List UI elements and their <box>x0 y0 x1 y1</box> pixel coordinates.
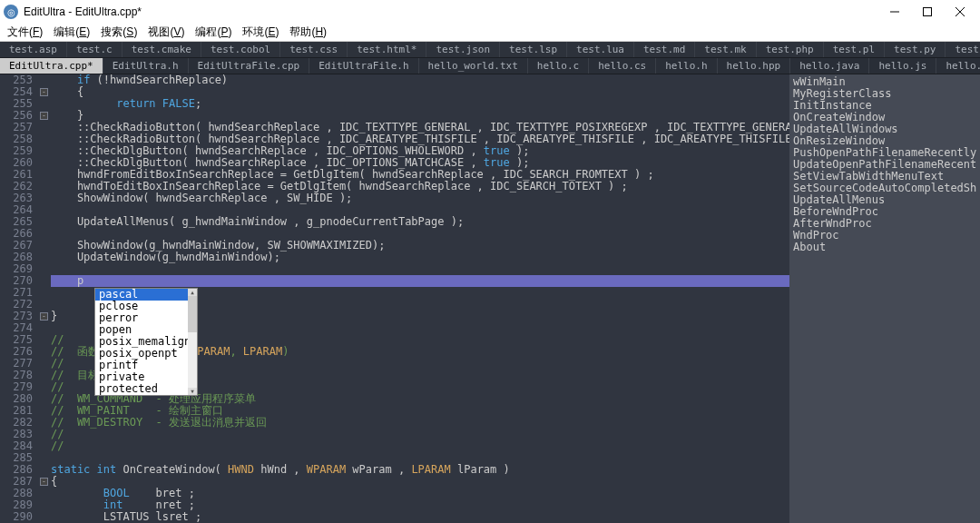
tab[interactable]: test.cmake <box>122 42 201 57</box>
menu-f[interactable]: 文件(F) <box>2 23 48 42</box>
menu-p[interactable]: 编程(P) <box>190 23 237 42</box>
maximize-button[interactable] <box>911 1 944 23</box>
tab-row-2: EditUltra.cpp*EditUltra.hEditUltraFile.c… <box>0 58 980 74</box>
tab[interactable]: hello.js <box>869 58 936 74</box>
menu-s[interactable]: 搜索(S) <box>95 23 142 42</box>
symbol-item[interactable]: OnResizeWindow <box>793 135 976 147</box>
tab[interactable]: test.php <box>757 42 824 57</box>
code-line[interactable]: p <box>51 275 789 287</box>
code-line[interactable]: UpdateWindow(g_hwndMainWindow); <box>51 252 789 263</box>
menu-e[interactable]: 环境(E) <box>237 23 284 42</box>
tab[interactable]: test.asp <box>0 42 67 57</box>
menu-h[interactable]: 帮助(H) <box>284 23 332 42</box>
tab[interactable]: hello.hpp <box>718 58 791 74</box>
svg-rect-1 <box>924 8 932 16</box>
window-title: EditUltra - EditUltra.cpp* <box>24 5 878 18</box>
autocomplete-scrollbar[interactable]: ▲ ▼ <box>188 289 197 395</box>
tab[interactable]: test.lsp <box>500 42 567 57</box>
code-line[interactable]: // WM_DESTROY - 发送退出消息并返回 <box>51 417 789 429</box>
tab-row-1: test.asptest.ctest.cmaketest.coboltest.c… <box>0 42 980 58</box>
app-icon: ◎ <box>4 5 18 19</box>
code-line[interactable]: return FALSE; <box>51 98 789 110</box>
code-line[interactable]: LSTATUS lsret ; <box>51 511 789 523</box>
fold-marker[interactable]: - <box>40 312 48 321</box>
code-line[interactable] <box>51 263 789 275</box>
scroll-thumb[interactable] <box>188 296 197 332</box>
autocomplete-popup[interactable]: ▲ ▼ pascalpcloseperrorpopenposix_memalig… <box>94 288 198 396</box>
tab[interactable]: test.pl <box>824 42 885 57</box>
tab[interactable]: hello.h <box>656 58 717 74</box>
tab[interactable]: test.c <box>67 42 122 57</box>
tab[interactable]: EditUltraFile.h <box>309 58 418 74</box>
tab[interactable]: EditUltraFile.cpp <box>189 58 310 74</box>
tab[interactable]: test.css <box>280 42 348 57</box>
symbol-item[interactable]: SetViewTabWidthMenuText <box>793 171 976 183</box>
tab[interactable]: test.json <box>426 42 500 57</box>
tab[interactable]: EditUltra.h <box>103 58 189 74</box>
code-line[interactable]: if (!hwndSearchReplace) <box>51 74 789 86</box>
menu-v[interactable]: 视图(V) <box>142 23 190 42</box>
tab[interactable]: test.md <box>634 42 695 57</box>
code-line[interactable]: // <box>51 440 789 452</box>
symbol-sidebar[interactable]: wWinMainMyRegisterClassInitInstanceOnCre… <box>789 74 980 523</box>
code-line[interactable]: ShowWindow( hwndSearchReplace , SW_HIDE … <box>51 192 789 204</box>
code-editor[interactable]: 2532542552562572582592602612622632642652… <box>0 74 789 523</box>
tab[interactable]: test.rb <box>946 42 980 57</box>
symbol-item[interactable]: UpdateAllWindows <box>793 123 976 135</box>
tab[interactable]: hello_world.txt <box>419 58 528 74</box>
symbol-item[interactable]: UpdateOpenPathFilenameRecently <box>793 159 976 171</box>
titlebar: ◎ EditUltra - EditUltra.cpp* <box>0 0 980 24</box>
tab[interactable]: hello.txt <box>936 58 980 74</box>
symbol-item[interactable]: OnCreateWindow <box>793 112 976 123</box>
symbol-item[interactable]: wWinMain <box>793 76 976 88</box>
code-line[interactable]: static int OnCreateWindow( HWND hWnd , W… <box>51 464 789 476</box>
scroll-up-icon[interactable]: ▲ <box>188 289 197 296</box>
tab[interactable]: EditUltra.cpp* <box>0 58 103 74</box>
tab[interactable]: test.cobol <box>201 42 280 57</box>
menubar: 文件(F)编辑(E)搜索(S)视图(V)编程(P)环境(E)帮助(H) <box>0 24 980 42</box>
tab[interactable]: hello.cs <box>589 58 656 74</box>
close-button[interactable] <box>944 1 976 23</box>
symbol-item[interactable]: BeforeWndProc <box>793 206 976 218</box>
minimize-button[interactable] <box>878 1 911 23</box>
fold-marker[interactable]: - <box>40 88 48 96</box>
tab[interactable]: test.mk <box>695 42 756 57</box>
symbol-item[interactable]: AfterWndProc <box>793 218 976 230</box>
line-number: 290 <box>13 511 33 523</box>
scroll-down-icon[interactable]: ▼ <box>188 388 197 395</box>
symbol-item[interactable]: About <box>793 242 976 253</box>
symbol-item[interactable]: InitInstance <box>793 100 976 112</box>
menu-e[interactable]: 编辑(E) <box>48 23 95 42</box>
tab[interactable]: hello.java <box>790 58 869 74</box>
code-line[interactable]: UpdateAllMenus( g_hwndMainWindow , g_pno… <box>51 216 789 228</box>
fold-marker[interactable]: - <box>40 478 48 486</box>
tab[interactable]: test.py <box>885 42 946 57</box>
tab[interactable]: test.lua <box>567 42 634 57</box>
symbol-item[interactable]: UpdateAllMenus <box>793 194 976 206</box>
tab[interactable]: hello.c <box>528 58 589 74</box>
symbol-item[interactable]: SetSourceCodeAutoCompletedShowAft <box>793 183 976 194</box>
tab[interactable]: test.html* <box>348 42 426 57</box>
symbol-item[interactable]: WndProc <box>793 230 976 242</box>
symbol-item[interactable]: PushOpenPathFilenameRecently <box>793 147 976 159</box>
code-line[interactable]: // <box>51 429 789 440</box>
symbol-item[interactable]: MyRegisterClass <box>793 88 976 100</box>
fold-marker[interactable]: - <box>40 112 48 120</box>
autocomplete-item[interactable]: protected <box>95 383 197 395</box>
